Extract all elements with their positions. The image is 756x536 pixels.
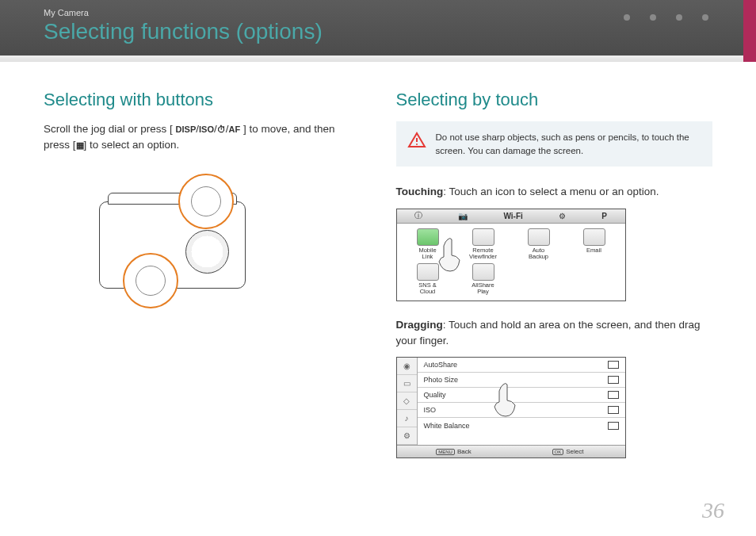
app-auto-backup[interactable]: Auto Backup [513,228,565,261]
wifi-mode-label: Wi-Fi [503,212,522,220]
touching-text: Touching: Touch an icon to select a menu… [396,184,713,200]
iso-value-icon [608,406,619,414]
autoshare-value-icon [608,361,619,369]
page-number: 36 [702,498,724,523]
p-mode-icon: P [601,212,607,220]
app-label: SNS & Cloud [418,281,437,295]
touch-screenshot: ⓘ 📷 Wi-Fi ⚙ P Mobile Link Remote Viewfin… [396,209,626,301]
iso-icon: ISO [199,124,214,134]
app-remote-viewfinder[interactable]: Remote Viewfinder [457,228,510,261]
tab-camera-icon[interactable]: ◉ [397,358,417,375]
section-title-buttons: Selecting with buttons [44,90,361,110]
dragging-label: Dragging [396,319,443,331]
text: Scroll the jog dial or press [ [44,123,173,135]
text: : Touch an icon to select a menu or an o… [443,186,659,197]
camera-mode-icon: 📷 [458,212,468,220]
page-header: My Camera Selecting functions (options) [0,0,756,62]
drag-screenshot: ◉ ▭ ◇ ♪ ⚙ AutoShare Photo Size Quality I… [396,357,626,458]
select-label: Select [566,448,583,455]
app-label: Mobile Link [418,247,436,260]
row-label: Quality [424,391,446,399]
row-quality[interactable]: Quality [418,388,625,403]
photo-size-value-icon [608,376,619,384]
buttons-instruction: Scroll the jog dial or press [ DISP/ISO/… [44,121,361,154]
tab-custom-icon[interactable]: ◇ [397,392,417,410]
self-timer-icon: ⏱ [217,124,226,134]
camera-illustration [44,170,361,312]
app-label: Email [586,247,601,254]
row-label: AutoShare [424,361,458,369]
warning-box: Do not use sharp objects, such as pens o… [396,121,713,167]
app-mobile-link[interactable]: Mobile Link [402,228,454,261]
row-label: White Balance [424,422,470,430]
app-sns-cloud[interactable]: SNS & Cloud [402,263,454,296]
row-label: ISO [424,406,437,414]
app-label: Auto Backup [529,247,548,260]
zoom-callout-top [178,174,234,229]
menu-side-tabs: ◉ ▭ ◇ ♪ ⚙ [397,358,418,445]
menu-bottom-bar: MENUBack OKSelect [397,445,625,458]
app-label: AllShare Play [472,281,494,295]
wifi-grid: Mobile Link Remote Viewfinder Auto Backu… [397,224,625,301]
page-title: Selecting functions (options) [44,19,724,44]
menu-rows: AutoShare Photo Size Quality ISO White B… [418,358,625,445]
dragging-text: Dragging: Touch and hold an area on the … [396,317,713,350]
screen-mode-bar: ⓘ 📷 Wi-Fi ⚙ P [397,209,625,224]
breadcrumb: My Camera [44,8,724,17]
row-label: Photo Size [424,376,459,384]
touching-label: Touching [396,186,444,197]
content: Selecting with buttons Scroll the jog di… [0,62,756,458]
row-autoshare[interactable]: AutoShare [418,358,625,373]
section-title-touch: Selecting by touch [396,90,713,110]
app-label: Remote Viewfinder [469,247,497,260]
text: ] to select an option. [84,139,180,151]
row-photo-size[interactable]: Photo Size [418,373,625,388]
left-column: Selecting with buttons Scroll the jog di… [44,90,361,458]
info-mode-icon: ⓘ [414,210,422,221]
right-column: Selecting by touch Do not use sharp obje… [396,90,713,458]
disp-icon: DISP [176,124,197,134]
app-email[interactable]: Email [568,228,620,261]
camera-jog-dial [185,230,229,274]
wb-value-icon [608,422,619,430]
tab-sound-icon[interactable]: ♪ [397,410,417,427]
af-icon: AF [229,124,241,134]
quality-value-icon [608,391,619,399]
tab-settings-icon[interactable]: ⚙ [397,427,417,445]
back-button[interactable]: MENUBack [397,446,511,458]
select-button[interactable]: OKSelect [511,446,625,458]
back-label: Back [457,448,472,455]
row-iso[interactable]: ISO [418,403,625,418]
decorative-dots [624,14,708,21]
svg-point-1 [416,144,418,145]
app-allshare[interactable]: AllShare Play [457,263,510,296]
tab-movie-icon[interactable]: ▭ [397,375,417,392]
row-white-balance[interactable]: White Balance [418,418,625,433]
ok-button-icon: OK [552,449,564,455]
menu-button-icon: MENU [436,449,455,455]
auto-mode-icon: ⚙ [559,212,566,220]
zoom-callout-bottom [123,253,178,308]
warning-text: Do not use sharp objects, such as pens o… [436,131,702,157]
warning-icon [407,131,426,150]
ok-icon: ▦ [76,140,84,150]
